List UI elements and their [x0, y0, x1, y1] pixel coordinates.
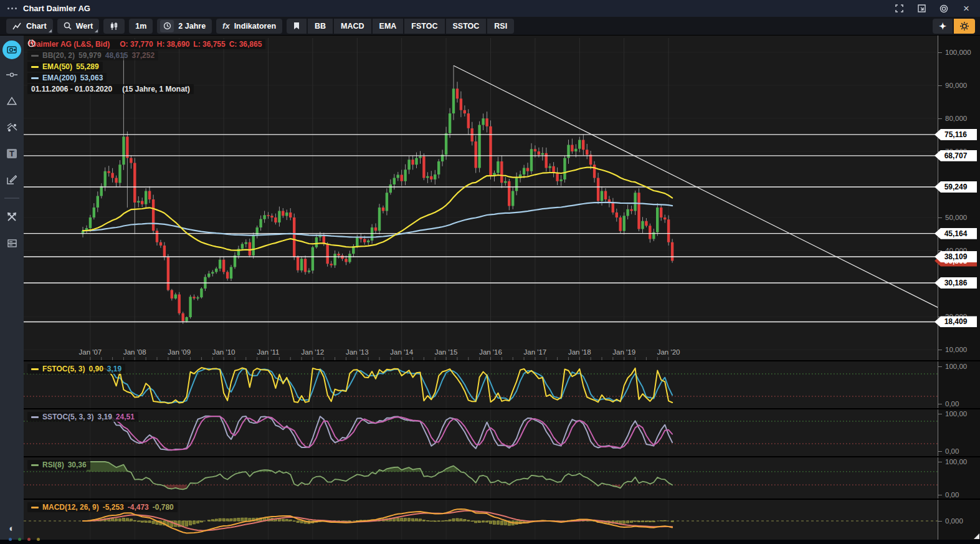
quick-indicator-rsi[interactable]: RSI — [487, 19, 514, 34]
theme-toggle[interactable]: ◐ — [0, 520, 24, 536]
bottom-strip — [0, 540, 980, 544]
macd-legend[interactable]: MACD(12, 26, 9) -5,253 -4,473 -0,780 — [27, 502, 178, 513]
price-line-tag: 18,409 — [935, 316, 977, 327]
sstoc-legend[interactable]: SSTOC(5, 3, 3) 3,19 24,51 — [27, 412, 138, 423]
clock-icon — [27, 39, 36, 47]
text-tool-icon: T — [7, 149, 17, 158]
quick-indicator-bb[interactable]: BB — [308, 19, 333, 34]
sstoc-dash-icon — [31, 416, 39, 418]
chart-style-button[interactable] — [103, 19, 125, 34]
interval-button[interactable]: 1m — [129, 19, 153, 34]
fstoc-panel[interactable]: FSTOC(5, 3) 0,90 3,19 — [24, 361, 938, 408]
instrument-legend-row[interactable]: Daimler AG (L&S, Bid) O: 37,770 H: 38,69… — [27, 39, 265, 49]
fullscreen-icon[interactable] — [894, 4, 904, 14]
record-icon[interactable] — [939, 4, 949, 14]
fx-icon: fx — [222, 21, 230, 31]
ohlc-close: C: 36,865 — [229, 40, 262, 49]
panel-separator[interactable] — [24, 360, 980, 361]
instrument-search-button[interactable]: Wert — [57, 19, 100, 34]
panel-separator[interactable] — [24, 456, 980, 457]
macd-dash-icon — [31, 507, 39, 508]
date-range: 01.11.2006 - 01.03.2020 — [31, 85, 112, 93]
fstoc-canvas[interactable] — [24, 361, 938, 408]
price-line-tag: 68,707 — [935, 150, 977, 161]
ema50-legend-row[interactable]: EMA(50)55,289 — [27, 62, 103, 72]
bookmark-icon — [293, 22, 300, 30]
layout-tool[interactable] — [0, 232, 24, 254]
macd-label: MACD(12, 26, 9) — [42, 503, 99, 512]
pattern-lines-tool[interactable] — [0, 117, 24, 138]
fstoc-legend[interactable]: FSTOC(5, 3) 0,90 3,19 — [27, 364, 125, 375]
measure-tool[interactable] — [0, 64, 24, 85]
rsi-canvas[interactable] — [24, 457, 938, 499]
rsi-panel[interactable]: RSI(8) 30,36 — [24, 457, 938, 499]
ema50-dash-icon — [31, 66, 39, 68]
macd-panel[interactable]: MACD(12, 26, 9) -5,253 -4,473 -0,780 — [24, 500, 938, 540]
axis-tick-label: 0,000 — [938, 517, 980, 525]
search-icon — [64, 22, 72, 30]
date-range-row[interactable]: 01.11.2006 - 01.03.2020 (15 Jahre, 1 Mon… — [27, 84, 194, 94]
axis-tick-label: 0,00 — [938, 399, 980, 408]
price-line-tag: 75,116 — [935, 129, 977, 140]
clock-icon — [160, 20, 174, 32]
rsi-dash-icon — [31, 464, 39, 466]
chart-type-button[interactable]: Chart — [6, 19, 53, 34]
chart-window: Chart Daimler AG × Chart Wert — [0, 0, 980, 544]
quick-indicator-sstoc[interactable]: SSTOC — [446, 19, 487, 34]
sstoc-canvas[interactable] — [24, 409, 938, 456]
quick-indicator-fstoc[interactable]: FSTOC — [404, 19, 444, 34]
sidebar-divider — [4, 198, 19, 199]
ema200-dash-icon — [31, 77, 39, 79]
sparkle-icon: ✦ — [939, 21, 946, 31]
axis-tick-label: 50,000 — [938, 213, 980, 222]
tools-settings-tool[interactable] — [0, 206, 24, 227]
magic-sparkle-button[interactable]: ✦ — [933, 19, 953, 34]
rsi-legend[interactable]: RSI(8) 30,36 — [27, 460, 90, 471]
main-price-chart[interactable]: Jan '07Jan '08Jan '09Jan '10Jan '11Jan '… — [24, 36, 938, 360]
axis-tick-label: 100,000 — [938, 48, 980, 57]
bb-dash-icon — [31, 55, 39, 57]
quick-indicator-ema[interactable]: EMA — [373, 19, 404, 34]
popout-icon[interactable] — [916, 4, 926, 14]
price-line-tag: 59,249 — [935, 181, 977, 193]
sstoc-panel[interactable]: SSTOC(5, 3, 3) 3,19 24,51 — [24, 409, 938, 456]
close-icon[interactable]: × — [961, 4, 971, 14]
price-line-tag: 45,164 — [935, 228, 977, 239]
sstoc-label: SSTOC(5, 3, 3) — [42, 413, 93, 421]
toolbar: Chart Wert 1m 2 Jahre fx Indikatoren BB … — [0, 17, 980, 36]
bb-label: BB(20, 2) — [42, 51, 75, 60]
price-line-tag: 30,186 — [935, 277, 977, 289]
indicators-button[interactable]: fx Indikatoren — [216, 19, 282, 34]
price-axis[interactable]: 10,00020,00030,00040,00050,00060,00070,0… — [938, 36, 980, 540]
panel-separator[interactable] — [24, 499, 980, 500]
shapes-tool[interactable] — [0, 90, 24, 112]
bookmark-button[interactable] — [287, 19, 307, 34]
settings-button[interactable] — [954, 19, 975, 34]
price-line-tag: 38,109 — [935, 251, 977, 262]
ema200-legend-row[interactable]: EMA(200)53,063 — [27, 73, 107, 83]
chart-region: Jan '07Jan '08Jan '09Jan '10Jan '11Jan '… — [24, 36, 980, 540]
ohlc-open: O: 37,770 — [120, 40, 153, 49]
text-tool[interactable]: T — [0, 143, 24, 164]
candlestick-icon — [110, 22, 118, 31]
resize-handle[interactable] — [974, 533, 979, 539]
ohlc-low: L: 36,755 — [193, 40, 225, 49]
axis-tick-label: 90,000 — [938, 81, 980, 90]
fstoc-label: FSTOC(5, 3) — [42, 365, 85, 373]
gear-icon — [959, 21, 969, 31]
axis-tick-label: 100,00 — [938, 362, 980, 371]
annotation-tool[interactable] — [0, 169, 24, 190]
rsi-label: RSI(8) — [42, 460, 64, 469]
axis-tick-label: 80,000 — [938, 114, 980, 123]
panel-separator[interactable] — [24, 408, 980, 409]
drawing-toolbar: T ◐ — [0, 36, 24, 540]
window-menu-icon[interactable] — [7, 7, 17, 9]
quick-indicator-macd[interactable]: MACD — [334, 19, 371, 34]
palette-dots — [9, 538, 40, 541]
crosshair-tool-active[interactable] — [2, 41, 21, 59]
fstoc-dash-icon — [31, 368, 39, 370]
quick-indicator-group: BB MACD EMA FSTOC SSTOC RSI — [287, 19, 514, 34]
ohlc-high: H: 38,690 — [157, 40, 190, 49]
bb-legend-row[interactable]: BB(20, 2) 59,97948,61537,252 — [27, 50, 158, 60]
period-button[interactable]: 2 Jahre — [157, 19, 212, 34]
